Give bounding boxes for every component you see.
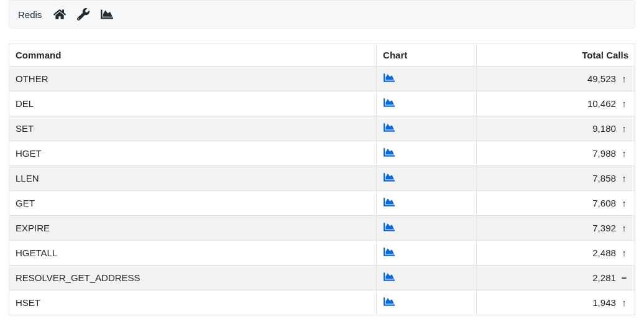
chart-link[interactable]	[383, 72, 395, 85]
chart-link[interactable]	[383, 147, 395, 160]
command-text: EXPIRE	[16, 223, 50, 233]
col-total-calls[interactable]: Total Calls	[476, 44, 635, 67]
wrench-icon[interactable]	[76, 7, 90, 21]
command-text: RESOLVER_GET_ADDRESS	[16, 272, 140, 283]
total-calls-cell: 10,462 ↑	[476, 91, 635, 116]
chart-link[interactable]	[383, 122, 395, 135]
calls-value: 1,943	[592, 297, 616, 308]
command-cell: HSET	[9, 290, 377, 315]
total-calls-cell: 7,392 ↑	[476, 216, 635, 241]
calls-value: 49,523	[587, 73, 616, 84]
chart-link[interactable]	[383, 271, 395, 284]
commands-table: Command Chart Total Calls OTHER 49,523 ↑…	[9, 44, 635, 315]
calls-value: 7,988	[592, 148, 616, 159]
trend-up-icon: ↑	[620, 98, 628, 109]
total-calls-cell: 49,523 ↑	[476, 67, 635, 91]
trend-up-icon: ↑	[620, 148, 628, 159]
calls-value: 2,488	[592, 248, 616, 258]
command-text: HGET	[16, 148, 42, 159]
chart-area-icon	[383, 197, 395, 210]
calls-value: 9,180	[592, 123, 616, 134]
trend-up-icon: ↑	[620, 297, 628, 308]
command-cell: OTHER	[9, 67, 377, 91]
trend-up-icon: ↑	[620, 73, 628, 84]
chart-cell	[377, 91, 476, 116]
total-calls-cell: 7,988 ↑	[476, 141, 635, 166]
command-text: LLEN	[16, 173, 39, 183]
table-row: HGETALL 2,488 ↑	[9, 241, 635, 266]
table-row: EXPIRE 7,392 ↑	[9, 216, 635, 241]
command-cell: HGET	[9, 141, 377, 166]
chart-link[interactable]	[383, 296, 395, 309]
table-row: HGET 7,988 ↑	[9, 141, 635, 166]
topbar: Redis	[9, 0, 635, 29]
calls-value: 10,462	[587, 98, 616, 109]
chart-area-icon[interactable]	[100, 7, 114, 21]
home-icon[interactable]	[53, 7, 67, 21]
chart-cell	[377, 290, 476, 315]
total-calls-cell: 1,943 ↑	[476, 290, 635, 315]
total-calls-cell: 7,608 ↑	[476, 191, 635, 216]
command-text: DEL	[16, 98, 34, 109]
trend-flat-icon: −	[620, 272, 628, 283]
command-text: HSET	[16, 297, 40, 308]
calls-value: 7,392	[592, 223, 616, 233]
chart-area-icon	[383, 147, 395, 160]
topbar-title: Redis	[18, 9, 42, 20]
table-row: HSET 1,943 ↑	[9, 290, 635, 315]
table-row: RESOLVER_GET_ADDRESS 2,281 −	[9, 266, 635, 290]
chart-area-icon	[383, 97, 395, 110]
command-cell: RESOLVER_GET_ADDRESS	[9, 266, 377, 290]
trend-up-icon: ↑	[620, 223, 628, 233]
chart-cell	[377, 166, 476, 191]
chart-cell	[377, 266, 476, 290]
table-row: SET 9,180 ↑	[9, 116, 635, 141]
chart-area-icon	[383, 271, 395, 284]
chart-cell	[377, 67, 476, 91]
command-cell: LLEN	[9, 166, 377, 191]
command-cell: EXPIRE	[9, 216, 377, 241]
chart-cell	[377, 191, 476, 216]
table-row: GET 7,608 ↑	[9, 191, 635, 216]
total-calls-cell: 7,858 ↑	[476, 166, 635, 191]
total-calls-cell: 9,180 ↑	[476, 116, 635, 141]
table-row: OTHER 49,523 ↑	[9, 67, 635, 91]
command-text: OTHER	[16, 73, 48, 84]
calls-value: 2,281	[592, 272, 616, 283]
calls-value: 7,858	[592, 173, 616, 183]
total-calls-cell: 2,281 −	[476, 266, 635, 290]
command-cell: DEL	[9, 91, 377, 116]
command-text: GET	[16, 198, 35, 208]
chart-cell	[377, 241, 476, 266]
chart-link[interactable]	[383, 172, 395, 185]
chart-cell	[377, 141, 476, 166]
trend-up-icon: ↑	[620, 123, 628, 134]
table-row: DEL 10,462 ↑	[9, 91, 635, 116]
chart-area-icon	[383, 72, 395, 85]
command-cell: SET	[9, 116, 377, 141]
chart-cell	[377, 116, 476, 141]
chart-link[interactable]	[383, 97, 395, 110]
chart-link[interactable]	[383, 197, 395, 210]
chart-link[interactable]	[383, 246, 395, 259]
total-calls-cell: 2,488 ↑	[476, 241, 635, 266]
chart-link[interactable]	[383, 221, 395, 234]
chart-area-icon	[383, 122, 395, 135]
chart-cell	[377, 216, 476, 241]
chart-area-icon	[383, 172, 395, 185]
calls-value: 7,608	[592, 198, 616, 208]
chart-area-icon	[383, 221, 395, 234]
col-command[interactable]: Command	[9, 44, 377, 67]
command-cell: HGETALL	[9, 241, 377, 266]
chart-area-icon	[383, 246, 395, 259]
command-text: HGETALL	[16, 248, 57, 258]
trend-up-icon: ↑	[620, 173, 628, 183]
col-chart[interactable]: Chart	[377, 44, 476, 67]
chart-area-icon	[383, 296, 395, 309]
command-text: SET	[16, 123, 34, 134]
table-header-row: Command Chart Total Calls	[9, 44, 635, 67]
table-row: LLEN 7,858 ↑	[9, 166, 635, 191]
command-cell: GET	[9, 191, 377, 216]
trend-up-icon: ↑	[620, 248, 628, 258]
trend-up-icon: ↑	[620, 198, 628, 208]
